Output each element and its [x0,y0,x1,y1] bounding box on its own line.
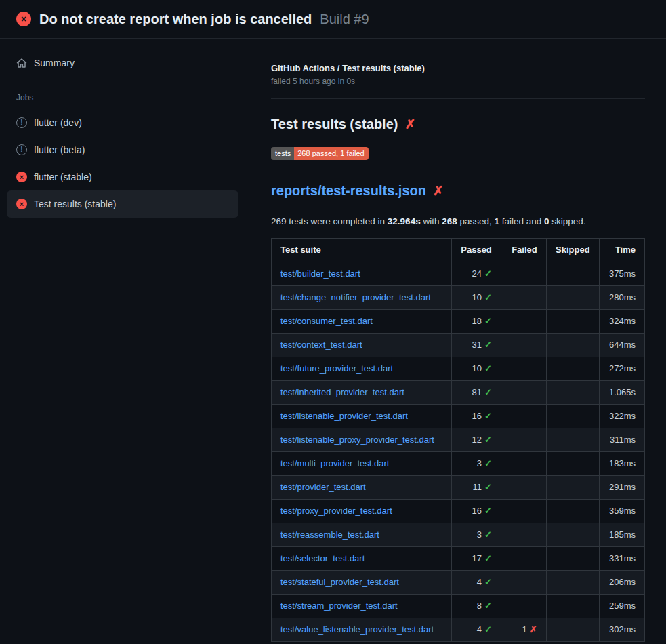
skipped-cell [546,476,599,500]
check-icon: ✓ [484,482,492,492]
test-suite-link[interactable]: test/listenable_provider_test.dart [280,411,408,421]
table-row: test/reassemble_test.dart3✓185ms [272,523,645,547]
results-table-body: test/builder_test.dart24✓375mstest/chang… [272,262,645,642]
sidebar-item-summary[interactable]: Summary [7,49,238,77]
section-title: Test results (stable) [271,117,398,132]
time-cell: 291ms [599,476,644,500]
table-row: test/inherited_provider_test.dart81✓1.06… [272,381,645,405]
count-value: 81 [472,387,481,397]
passed-cell: 4✓ [452,618,501,642]
time-cell: 302ms [599,618,644,642]
test-suite-link[interactable]: test/stateful_provider_test.dart [280,577,399,587]
sidebar-job-item[interactable]: ! flutter (beta) [7,136,238,163]
summary-text: 269 tests were completed in 32.964s with… [271,216,645,226]
skipped-cell [546,571,599,595]
passed-cell: 16✓ [452,500,501,523]
table-row: test/change_notifier_provider_test.dart1… [272,286,645,310]
test-suite-link[interactable]: test/change_notifier_provider_test.dart [280,292,431,302]
suite-cell: test/future_provider_test.dart [272,357,452,381]
skipped-cell [546,547,599,571]
layout: Summary Jobs ! flutter (dev) ! flutter (… [0,39,666,644]
time-cell: 185ms [599,523,644,547]
skipped-cell [546,262,599,286]
failed-cell [501,476,546,500]
sidebar-job-label: flutter (stable) [34,172,92,182]
summary-suffix: skipped. [549,216,586,226]
summary-mid2: passed, [457,216,495,226]
skipped-cell [546,595,599,618]
passed-cell: 81✓ [452,381,501,405]
suite-cell: test/provider_test.dart [272,476,452,500]
sidebar-job-item[interactable]: × Test results (stable) [7,190,238,218]
check-icon: ✓ [484,506,492,516]
time-cell: 206ms [599,571,644,595]
suite-cell: test/proxy_provider_test.dart [272,500,452,523]
check-icon: ✓ [484,624,492,635]
test-suite-link[interactable]: test/value_listenable_provider_test.dart [280,624,434,635]
test-suite-link[interactable]: test/reassemble_test.dart [280,529,379,540]
test-suite-link[interactable]: test/proxy_provider_test.dart [280,506,392,516]
test-suite-link[interactable]: test/selector_test.dart [280,553,365,563]
count-value: 8 [477,601,482,611]
test-suite-link[interactable]: test/builder_test.dart [280,268,360,279]
table-row: test/proxy_provider_test.dart16✓359ms [272,500,645,523]
passed-cell: 18✓ [452,310,501,334]
skipped-cell [546,405,599,428]
col-time: Time [599,239,644,262]
count-value: 4 [477,577,482,587]
sidebar: Summary Jobs ! flutter (dev) ! flutter (… [0,39,249,644]
test-suite-link[interactable]: test/context_test.dart [280,340,362,350]
alert-circle-icon: ! [16,117,27,128]
alert-circle-icon: ! [16,144,27,155]
count-value: 1 [522,624,527,635]
table-row: test/stream_provider_test.dart8✓259ms [272,595,645,618]
sidebar-job-label: flutter (dev) [34,117,82,128]
test-suite-link[interactable]: test/stream_provider_test.dart [280,601,398,611]
count-value: 3 [477,529,482,540]
check-icon: ✓ [484,458,492,468]
passed-cell: 3✓ [452,452,501,476]
report-link[interactable]: reports/test-results.json [271,183,426,199]
table-row: test/future_provider_test.dart10✓272ms [272,357,645,381]
failed-cell [501,547,546,571]
test-suite-link[interactable]: test/listenable_proxy_provider_test.dart [280,435,434,445]
check-icon: ✓ [484,553,492,563]
passed-cell: 3✓ [452,523,501,547]
summary-mid1: with [421,216,442,226]
failed-cell [501,262,546,286]
sidebar-job-item[interactable]: ! flutter (dev) [7,109,238,136]
failed-cell [501,500,546,523]
x-circle-icon: × [16,199,27,209]
failed-cell [501,357,546,381]
sidebar-summary-label: Summary [34,58,75,68]
test-suite-link[interactable]: test/consumer_test.dart [280,316,373,326]
time-cell: 1.065s [599,381,644,405]
check-icon: ✓ [484,292,492,302]
time-cell: 272ms [599,357,644,381]
suite-cell: test/stream_provider_test.dart [272,595,452,618]
table-row: test/stateful_provider_test.dart4✓206ms [272,571,645,595]
failed-cell: 1✗ [501,618,546,642]
summary-duration: 32.964s [388,216,421,226]
test-suite-link[interactable]: test/provider_test.dart [280,482,366,492]
skipped-cell [546,523,599,547]
status-line: failed 5 hours ago in 0s [271,77,645,86]
sidebar-job-item[interactable]: × flutter (stable) [7,163,238,190]
count-value: 16 [472,506,481,516]
table-row: test/listenable_provider_test.dart16✓322… [272,405,645,428]
suite-cell: test/listenable_proxy_provider_test.dart [272,428,452,452]
divider [271,98,645,99]
test-suite-link[interactable]: test/future_provider_test.dart [280,363,393,374]
sidebar-job-label: Test results (stable) [34,199,116,209]
time-cell: 331ms [599,547,644,571]
test-suite-link[interactable]: test/inherited_provider_test.dart [280,387,404,397]
suite-cell: test/value_listenable_provider_test.dart [272,618,452,642]
summary-mid3: failed and [499,216,544,226]
count-value: 4 [477,624,482,635]
build-title: Do not create report when job is cancell… [39,12,312,27]
x-icon: ✗ [404,117,415,132]
summary-prefix: 269 tests were completed in [271,216,388,226]
test-suite-link[interactable]: test/multi_provider_test.dart [280,458,389,468]
failed-cell [501,571,546,595]
count-value: 11 [472,482,482,492]
